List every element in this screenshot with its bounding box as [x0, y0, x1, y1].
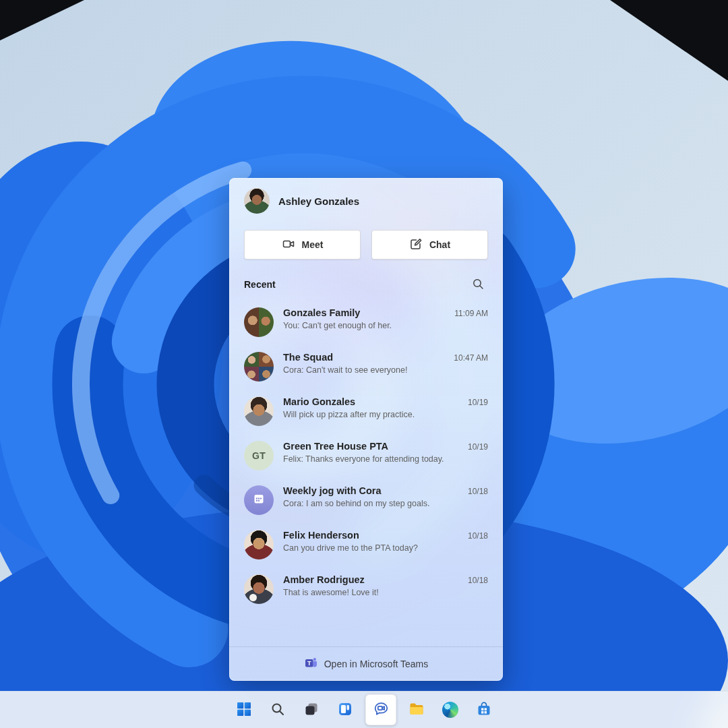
widgets-icon — [338, 702, 353, 719]
conversation-preview: Cora: I am so behind on my step goals. — [283, 499, 488, 508]
conversation-preview: You: Can't get enough of her. — [283, 321, 488, 330]
conversation-item-green-tree-house-pta[interactable]: GT Green Tree House PTA 10/19 Felix: Tha… — [229, 433, 503, 478]
compose-icon — [409, 237, 423, 253]
conversation-item-mario-gonzales[interactable]: Mario Gonzales 10/19 Will pick up pizza … — [229, 389, 503, 433]
conversation-item-the-squad[interactable]: The Squad 10:47 AM Cora: Can't wait to s… — [229, 344, 503, 389]
conversation-preview: That is awesome! Love it! — [283, 588, 488, 597]
conversation-list: Gonzales Family 11:09 AM You: Can't get … — [229, 297, 503, 646]
contact-avatar — [244, 530, 274, 559]
conversation-preview: Felix: Thanks everyone for attending tod… — [283, 454, 488, 464]
meet-button-label: Meet — [302, 239, 324, 250]
quick-actions: Meet Chat — [229, 222, 503, 262]
start-button[interactable] — [231, 696, 257, 723]
open-in-teams-label: Open in Microsoft Teams — [324, 659, 429, 669]
avatar-initials: GT — [252, 450, 266, 461]
contact-avatar — [244, 574, 274, 604]
taskbar — [0, 691, 728, 728]
conversation-name: Gonzales Family — [283, 307, 360, 318]
conversation-item-amber-rodriguez[interactable]: Amber Rodriguez 10/18 That is awesome! L… — [229, 567, 503, 611]
conversation-item-felix-henderson[interactable]: Felix Henderson 10/18 Can you drive me t… — [229, 522, 503, 567]
conversation-name: Mario Gonzales — [283, 396, 355, 407]
conversation-time: 10/19 — [468, 442, 488, 452]
open-in-teams-button[interactable]: T Open in Microsoft Teams — [229, 646, 503, 681]
conversation-time: 11:09 AM — [454, 309, 488, 318]
recent-label: Recent — [244, 279, 276, 290]
teams-chat-flyout: Ashley Gonzales Meet Chat Recent — [229, 178, 503, 681]
edge-icon — [442, 702, 458, 718]
microsoft-store-button[interactable] — [471, 696, 497, 723]
teams-chat-button[interactable] — [365, 694, 396, 725]
conversation-preview: Will pick up pizza after my practice. — [283, 410, 488, 419]
windows-logo-icon — [237, 702, 251, 719]
conversation-time: 10:47 AM — [454, 353, 488, 363]
conversation-time: 10/19 — [468, 398, 488, 407]
svg-text:T: T — [307, 660, 311, 667]
folder-icon — [408, 701, 425, 719]
search-icon — [472, 278, 484, 292]
conversation-item-weekly-jog-with-cora[interactable]: Weekly jog with Cora 10/18 Cora: I am so… — [229, 478, 503, 522]
task-view-icon — [304, 702, 319, 719]
desktop: Ashley Gonzales Meet Chat Recent — [0, 0, 728, 728]
edge-button[interactable] — [437, 696, 464, 723]
meet-button[interactable]: Meet — [244, 230, 361, 260]
conversation-name: Green Tree House PTA — [283, 441, 388, 452]
flyout-header: Ashley Gonzales — [229, 178, 503, 222]
conversation-item-gonzales-family[interactable]: Gonzales Family 11:09 AM You: Can't get … — [229, 300, 503, 344]
search-button[interactable] — [468, 274, 488, 295]
chat-button[interactable]: Chat — [371, 230, 488, 260]
file-explorer-button[interactable] — [403, 696, 430, 723]
group-avatar — [244, 307, 274, 337]
contact-avatar — [244, 396, 274, 426]
chat-bubble-video-icon — [372, 700, 390, 720]
calendar-icon — [252, 492, 266, 508]
recent-header: Recent — [229, 262, 503, 297]
conversation-preview: Cora: Can't wait to see everyone! — [283, 365, 488, 375]
conversation-name: Felix Henderson — [283, 530, 359, 541]
conversation-name: Weekly jog with Cora — [283, 485, 382, 496]
group-avatar — [244, 352, 274, 382]
conversation-preview: Can you drive me to the PTA today? — [283, 543, 488, 553]
teams-logo-icon: T — [304, 656, 317, 672]
widgets-button[interactable] — [332, 696, 359, 723]
user-avatar[interactable] — [244, 188, 270, 214]
calendar-avatar — [244, 485, 274, 515]
conversation-name: The Squad — [283, 352, 333, 363]
search-icon — [270, 702, 285, 719]
user-name: Ashley Gonzales — [278, 195, 359, 207]
conversation-name: Amber Rodriguez — [283, 574, 365, 585]
chat-button-label: Chat — [429, 239, 450, 250]
video-camera-icon — [282, 237, 295, 253]
conversation-time: 10/18 — [468, 531, 488, 541]
task-view-button[interactable] — [298, 696, 325, 723]
initials-avatar: GT — [244, 441, 274, 471]
conversation-time: 10/18 — [468, 487, 488, 496]
conversation-time: 10/18 — [468, 576, 488, 585]
taskbar-search-button[interactable] — [264, 696, 291, 723]
store-bag-icon — [476, 701, 492, 719]
